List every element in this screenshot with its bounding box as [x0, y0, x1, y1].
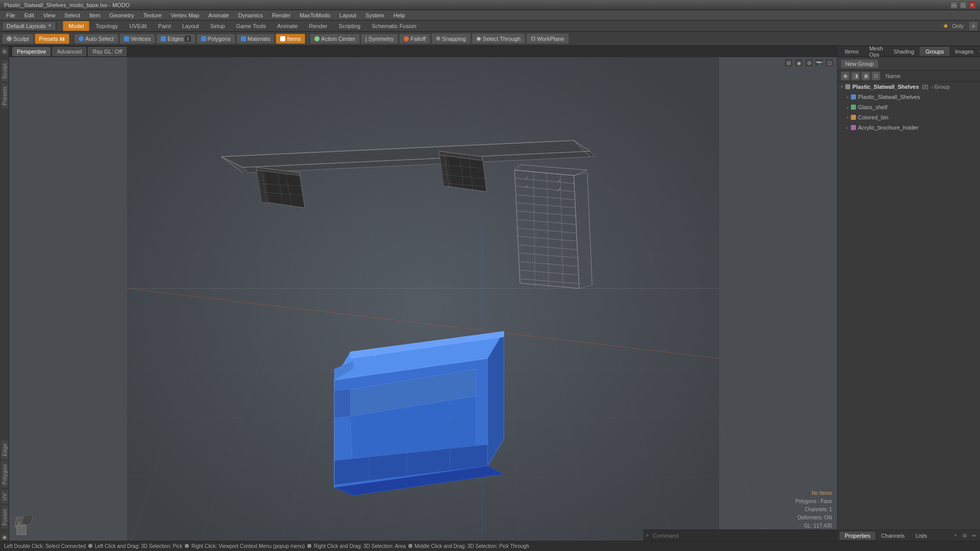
group-root-item[interactable]: ▾ Plastic_Slatwall_Shelves (2) - Group — [838, 82, 980, 92]
list-icon-select[interactable]: ▣ — [861, 71, 870, 81]
menu-item-maxtomodo[interactable]: MaxToModo — [296, 11, 334, 19]
tab-model[interactable]: Model — [63, 21, 89, 31]
tab-uvedit[interactable]: UVEdit — [124, 21, 152, 31]
tab-images[interactable]: Images — [950, 47, 978, 56]
close-button[interactable]: ✕ — [969, 2, 976, 9]
presets-button[interactable]: Presets ▮▮ — [35, 34, 69, 44]
left-tab-icon-bottom[interactable]: ◉ — [1, 534, 8, 541]
action-center-button[interactable]: Action Center — [310, 34, 360, 44]
vp-icon-layout[interactable]: ⊞ — [784, 58, 793, 67]
item-label: Acrylic_brochure_holder — [858, 124, 919, 131]
minimize-button[interactable]: — — [950, 2, 958, 9]
vp-icon-camera[interactable]: 📷 — [815, 58, 824, 67]
materials-button[interactable]: Materials — [236, 34, 275, 44]
layout-preset-dropdown[interactable]: Default Layouts ▼ — [2, 21, 56, 31]
raygl-button[interactable]: Ray GL: Off — [88, 47, 127, 56]
menu-item-edit[interactable]: Edit — [20, 11, 38, 19]
add-layout-button[interactable]: + — [969, 21, 978, 31]
window-controls: — □ ✕ — [950, 2, 976, 9]
vp-icon-render[interactable]: ◉ — [794, 58, 803, 67]
bottom-panel-settings-icon[interactable]: ⇔ — [970, 532, 978, 540]
tab-topology[interactable]: Topology — [90, 21, 123, 31]
vp-icon-settings[interactable]: ⚙ — [804, 58, 814, 67]
left-tab-presets[interactable]: Presets — [1, 83, 8, 108]
list-item-colored-bin[interactable]: ▸ Colored_bin — [844, 112, 980, 122]
tab-schematic-fusion[interactable]: Schematic Fusion — [366, 21, 421, 31]
status-text: Left Double Click: Select Connected Left… — [4, 543, 529, 549]
left-tab-fusion[interactable]: Fusion — [1, 506, 8, 529]
workplane-button[interactable]: ⊡ WorkPlane — [526, 33, 569, 44]
left-tab-edge[interactable]: Edge — [1, 440, 8, 459]
tab-game-tools[interactable]: Game Tools — [231, 21, 271, 31]
menu-item-system[interactable]: System — [361, 11, 388, 19]
menu-item-layout[interactable]: Layout — [335, 11, 360, 19]
menu-item-dynamics[interactable]: Dynamics — [234, 11, 267, 19]
polygons-button[interactable]: Polygons — [197, 34, 235, 44]
viewport-scene — [9, 57, 837, 541]
symmetry-button[interactable]: | Symmetry — [361, 34, 398, 44]
items-button[interactable]: Items — [276, 34, 305, 44]
group-type: - Group — [931, 84, 949, 90]
list-item-acrylic[interactable]: ▸ Acrylic_brochure_holder — [844, 122, 980, 133]
expand-arrow: ▸ — [847, 105, 849, 110]
menu-item-animate[interactable]: Animate — [204, 11, 233, 19]
vertices-button[interactable]: Vertices — [119, 34, 155, 44]
tab-shading[interactable]: Shading — [889, 47, 919, 56]
tab-render[interactable]: Render — [304, 21, 332, 31]
left-tab-icon-1[interactable]: ⊞ — [1, 48, 8, 55]
left-tab-uv[interactable]: UV — [1, 490, 8, 504]
tab-scripting[interactable]: Scripting — [333, 21, 365, 31]
tab-setup[interactable]: Setup — [205, 21, 230, 31]
vertices-icon — [124, 36, 129, 41]
item-color-dot — [851, 105, 856, 110]
tab-layout[interactable]: Layout — [177, 21, 204, 31]
tab-paint[interactable]: Paint — [153, 21, 176, 31]
tab-lists[interactable]: Lists — [911, 532, 933, 540]
snapping-button[interactable]: ⊕ Snapping — [431, 33, 471, 44]
maximize-button[interactable]: □ — [960, 2, 967, 9]
menu-item-view[interactable]: View — [39, 11, 60, 19]
menu-item-vertex-map[interactable]: Vertex Map — [167, 11, 204, 19]
viewport-3d[interactable]: Perspective Advanced Ray GL: Off ⊞ ◉ ⚙ 📷… — [9, 46, 837, 541]
tab-properties[interactable]: Properties — [840, 532, 875, 540]
menu-item-help[interactable]: Help — [389, 11, 409, 19]
left-tab-sculpt[interactable]: Sculpt — [1, 60, 8, 82]
tab-items[interactable]: Items — [840, 47, 864, 56]
list-item-plastic-slatwall[interactable]: ▸ Plastic_Slatwall_Shelves — [844, 92, 980, 102]
menu-item-geometry[interactable]: Geometry — [105, 11, 138, 19]
new-group-button[interactable]: New Group — [841, 59, 878, 68]
edges-button[interactable]: Edges 2 — [156, 34, 195, 44]
list-icon-expand[interactable]: ⊡ — [871, 71, 880, 81]
tab-mesh-ops[interactable]: Mesh Ops — [864, 44, 888, 59]
list-item-glass-shelf[interactable]: ▸ Glass_shelf — [844, 102, 980, 112]
perspective-button[interactable]: Perspective — [12, 47, 51, 56]
bottom-panel-expand-icon[interactable]: + — [951, 532, 960, 540]
menu-item-texture[interactable]: Texture — [139, 11, 166, 19]
svg-marker-69 — [334, 390, 351, 418]
menu-item-item[interactable]: Item — [85, 11, 104, 19]
tab-groups[interactable]: Groups — [920, 47, 949, 56]
item-color-dot — [851, 94, 856, 99]
command-input[interactable] — [651, 532, 837, 540]
tab-animate[interactable]: Animate — [272, 21, 303, 31]
viewport-header: Perspective Advanced Ray GL: Off — [9, 46, 837, 57]
advanced-button[interactable]: Advanced — [52, 47, 86, 56]
tab-channels[interactable]: Channels — [876, 532, 910, 540]
channels-info: Channels: 1 — [795, 506, 832, 514]
auto-select-button[interactable]: Auto Select — [74, 34, 118, 44]
expand-arrow: ▾ — [841, 84, 843, 89]
left-tab-polygon[interactable]: Polygon — [1, 461, 8, 488]
item-color-dot — [851, 125, 856, 130]
menu-item-render[interactable]: Render — [268, 11, 295, 19]
list-icon-lock[interactable]: ◨ — [851, 71, 860, 81]
name-column-header: Name — [886, 73, 900, 79]
vp-icon-expand[interactable]: ⊡ — [825, 58, 834, 67]
falloff-button[interactable]: Falloff — [399, 34, 430, 44]
sculpt-button[interactable]: Sculpt — [2, 34, 34, 44]
bottom-panel-collapse-icon[interactable]: ⊞ — [961, 532, 969, 540]
svg-rect-86 — [17, 525, 26, 535]
select-through-button[interactable]: ◉ Select Through — [472, 33, 525, 44]
menu-item-select[interactable]: Select — [60, 11, 84, 19]
list-icon-eye[interactable]: ◉ — [841, 71, 850, 81]
menu-item-file[interactable]: File — [2, 11, 19, 19]
